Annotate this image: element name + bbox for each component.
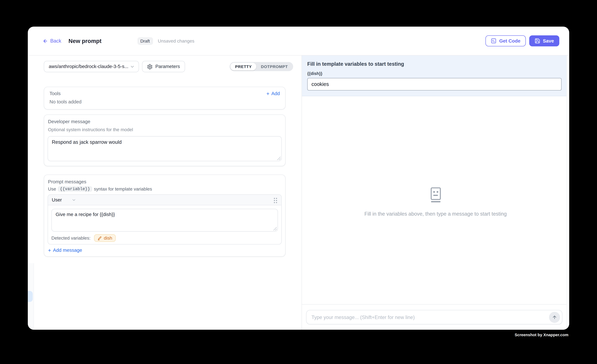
developer-message-subtitle: Optional system instructions for the mod… [48, 127, 282, 132]
variable-name-label: {{dish}} [307, 71, 562, 76]
content-split: aws/anthropic/bedrock-claude-3-5-s... Pa… [28, 56, 569, 330]
active-nav-indicator[interactable] [28, 291, 33, 302]
message-header: User [48, 195, 281, 205]
model-select[interactable]: aws/anthropic/bedrock-claude-3-5-s... [44, 61, 139, 72]
scrollbar-gutter[interactable] [567, 56, 569, 330]
parameters-label: Parameters [155, 64, 180, 69]
page-title: New prompt [69, 38, 102, 44]
detected-variables-row: Detected variables: dish [51, 234, 278, 242]
message-body: Give me a recipe for {{dish}} Detected v… [48, 205, 281, 244]
chevron-down-icon [130, 64, 135, 69]
arrow-up-icon [552, 315, 557, 319]
send-button[interactable] [549, 312, 560, 323]
save-button[interactable]: Save [529, 35, 559, 46]
gear-icon [147, 64, 153, 69]
message-block: User Give me a recipe for {{dish}} Detec… [48, 194, 282, 244]
add-message-row: + Add message [48, 248, 282, 253]
left-edge-panel [28, 263, 34, 330]
detected-variables-label: Detected variables: [51, 235, 91, 241]
robot-face-icon [428, 187, 443, 203]
chevron-down-icon [72, 197, 76, 202]
developer-message-card: Developer message Optional system instru… [44, 114, 286, 166]
template-syntax-hint: Use {{variable}} syntax for template var… [48, 186, 282, 192]
back-arrow-icon [43, 38, 48, 44]
composer-section [302, 304, 569, 330]
developer-message-textarea-wrap: Respond as jack sparrow would [48, 136, 282, 161]
message-role-select[interactable]: User [52, 197, 76, 203]
developer-message-textarea[interactable]: Respond as jack sparrow would [48, 136, 282, 161]
tools-card: Tools + Add No tools added [44, 87, 286, 109]
prompt-editor-panel: aws/anthropic/bedrock-claude-3-5-s... Pa… [28, 56, 302, 330]
message-role-value: User [52, 197, 62, 203]
prompt-messages-title: Prompt messages [48, 179, 282, 184]
get-code-button[interactable]: Get Code [486, 35, 526, 46]
edit-pencil-icon [97, 236, 102, 240]
plus-icon: + [266, 91, 269, 96]
chat-empty-state: Fill in the variables above, then type a… [302, 96, 569, 304]
hint-prefix: Use [48, 186, 56, 192]
hint-suffix: syntax for template variables [94, 186, 152, 192]
app-window: Back New prompt Draft Unsaved changes Ge… [28, 27, 569, 330]
model-select-value: aws/anthropic/bedrock-claude-3-5-s... [49, 64, 128, 69]
developer-message-title: Developer message [48, 119, 282, 124]
add-message-label: Add message [53, 248, 82, 253]
editor-controls-row: aws/anthropic/bedrock-claude-3-5-s... Pa… [28, 56, 302, 72]
save-icon [534, 38, 540, 44]
status-badge: Draft [137, 37, 153, 45]
message-textarea-wrap: Give me a recipe for {{dish}} [51, 209, 278, 232]
save-label: Save [543, 38, 554, 44]
toggle-dotprompt[interactable]: DOTPROMPT [256, 63, 292, 70]
plus-icon: + [48, 248, 51, 253]
prompt-messages-card: Prompt messages Use {{variable}} syntax … [44, 174, 286, 257]
parameters-button[interactable]: Parameters [142, 61, 185, 72]
variables-section-title: Fill in template variables to start test… [307, 61, 562, 67]
variable-value-input[interactable] [307, 78, 562, 91]
variable-chip-dish[interactable]: dish [94, 234, 116, 242]
message-input[interactable] [306, 314, 549, 320]
variable-chip-label: dish [104, 235, 112, 241]
window-header: Back New prompt Draft Unsaved changes Ge… [28, 27, 569, 55]
empty-state-text: Fill in the variables above, then type a… [364, 211, 507, 217]
unsaved-changes-note: Unsaved changes [158, 38, 194, 44]
test-panel: Fill in template variables to start test… [301, 56, 569, 330]
template-variables-section: Fill in template variables to start test… [302, 56, 569, 96]
variable-syntax-chip: {{variable}} [58, 186, 92, 192]
header-actions: Get Code Save [486, 35, 559, 46]
watermark-text: Screenshot by Xnapper.com [515, 333, 568, 337]
toggle-pretty[interactable]: PRETTY [230, 63, 256, 70]
composer-box [306, 310, 562, 324]
add-tool-button[interactable]: + Add [266, 91, 280, 96]
add-tool-label: Add [271, 91, 280, 96]
terminal-icon [491, 38, 497, 44]
view-mode-toggle: PRETTY DOTPROMPT [230, 62, 293, 71]
tools-title: Tools [49, 91, 61, 96]
screenshot-stage: Back New prompt Draft Unsaved changes Ge… [0, 0, 597, 364]
back-button[interactable]: Back [43, 38, 61, 44]
get-code-label: Get Code [499, 38, 520, 44]
message-textarea[interactable]: Give me a recipe for {{dish}} [51, 209, 278, 232]
drag-handle-icon[interactable] [273, 197, 278, 203]
add-message-button[interactable]: + Add message [48, 248, 282, 253]
back-label: Back [50, 38, 61, 44]
tools-empty-text: No tools added [49, 99, 280, 105]
